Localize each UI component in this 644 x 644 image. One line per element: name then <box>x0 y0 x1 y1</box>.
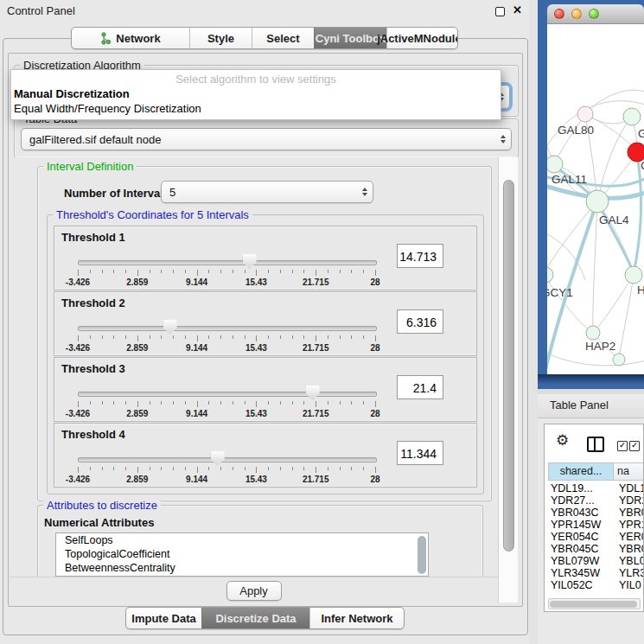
gear-icon[interactable]: ⚙ <box>556 431 569 450</box>
threshold-slider-track[interactable] <box>78 326 377 331</box>
list-item[interactable]: TopologicalCoefficient <box>56 547 428 561</box>
tick-mark <box>233 401 233 405</box>
network-node[interactable] <box>577 106 593 122</box>
threshold-value-field[interactable]: 11.344 <box>397 441 443 465</box>
popup-option-equal-width[interactable]: Equal Width/Frequency Discretization <box>14 102 201 115</box>
network-node[interactable] <box>613 354 625 366</box>
threshold-slider-thumb[interactable] <box>211 451 225 466</box>
table-row[interactable]: YLR345WYLR3 <box>545 567 644 579</box>
numerical-attributes-list[interactable]: SelfLoopsTopologicalCoefficientBetweenne… <box>55 532 429 577</box>
table-row[interactable]: YPR145WYPR1 <box>545 519 644 531</box>
tick-mark <box>78 335 79 341</box>
list-item[interactable]: SelfLoops <box>56 533 428 547</box>
table-row[interactable]: YBR045CYBR0 <box>545 543 644 555</box>
network-edge[interactable] <box>597 117 632 201</box>
popup-option-manual[interactable]: Manual Discretization <box>14 87 130 100</box>
network-edge[interactable] <box>547 351 644 366</box>
network-edge[interactable] <box>597 201 634 273</box>
table-cell-name: YLR3 <box>619 567 644 579</box>
threshold-value-field[interactable]: 14.713 <box>397 244 443 268</box>
tab-discretize-data[interactable]: Discretize Data <box>201 608 309 628</box>
tab-network[interactable]: Network <box>72 28 189 48</box>
network-node[interactable] <box>625 266 642 284</box>
main-vertical-scrollbar[interactable] <box>498 157 518 603</box>
threshold-slider-thumb[interactable] <box>243 254 257 269</box>
attributes-group-title: Attributes to discretize <box>43 499 161 512</box>
table-row[interactable]: YBR043CYBR0 <box>545 507 644 519</box>
network-graph[interactable]: GAL80GACGAL11GAL4GCY1HAHAP2 <box>547 24 644 374</box>
tick-mark <box>303 270 304 273</box>
network-edge[interactable] <box>594 275 634 332</box>
tick-mark <box>233 467 233 470</box>
tab-infer-network[interactable]: Infer Network <box>309 608 404 628</box>
table-cell-shared-name: YLR345W <box>551 567 600 579</box>
network-node[interactable] <box>586 326 600 340</box>
network-node-label: HA <box>637 284 644 296</box>
columns-icon[interactable] <box>587 437 604 452</box>
list-item[interactable]: BetweennessCentrality <box>56 561 428 575</box>
tick-mark <box>375 335 376 341</box>
tick-mark <box>173 270 174 273</box>
close-traffic-light-icon[interactable] <box>554 9 564 19</box>
column-header-shared[interactable]: shared... <box>548 462 614 481</box>
tick-mark <box>280 270 281 273</box>
network-node[interactable] <box>623 108 641 125</box>
main-scrollbar-thumb[interactable] <box>503 180 514 552</box>
zoom-traffic-light-icon[interactable] <box>589 9 599 19</box>
list-scrollbar-thumb[interactable] <box>418 536 426 574</box>
table-row[interactable]: YBL079WYBL0 <box>545 555 644 567</box>
tick-mark <box>340 401 341 405</box>
minimize-traffic-light-icon[interactable] <box>571 9 582 19</box>
table-hscrollbar-thumb[interactable] <box>550 601 637 608</box>
interval-definition-group: Interval Definition Number of Intervals … <box>37 166 492 501</box>
threshold-slider-track[interactable] <box>78 457 377 462</box>
tick-label: 15.43 <box>245 475 267 484</box>
threshold-value-field[interactable]: 6.316 <box>397 309 443 334</box>
tab-style[interactable]: Style <box>189 28 252 48</box>
threshold-value-field[interactable]: 21.4 <box>397 375 443 399</box>
threshold-slider-track[interactable] <box>78 392 377 397</box>
panel-divider[interactable] <box>529 0 538 644</box>
tab-jactivemnodules[interactable]: jActiveMNodules <box>386 28 457 48</box>
network-node[interactable] <box>547 156 563 173</box>
threshold-label: Threshold 3 <box>61 362 125 375</box>
network-node[interactable] <box>547 267 553 283</box>
network-edge[interactable] <box>547 201 597 273</box>
numerical-attributes-label: Numerical Attributes <box>44 516 154 529</box>
table-row[interactable]: YIL052CYIL0 <box>545 579 644 591</box>
list-scrollbar[interactable] <box>418 535 426 574</box>
table-data-group: Table Data galFiltered.sif default node <box>14 118 519 158</box>
table-row[interactable]: YDL19...YDL1 <box>545 482 644 494</box>
column-header-name[interactable]: na <box>613 462 644 481</box>
tick-mark <box>90 335 91 339</box>
threshold-slider-track[interactable] <box>78 260 377 265</box>
table-row[interactable]: YDR27...YDR2 <box>545 494 644 507</box>
network-edge[interactable] <box>619 275 634 359</box>
tick-label: 9.144 <box>186 343 207 353</box>
tick-mark <box>256 401 257 407</box>
tick-mark <box>340 270 341 273</box>
table-horizontal-scrollbar[interactable] <box>548 598 641 609</box>
network-canvas[interactable]: GAL80GACGAL11GAL4GCY1HAHAP2 <box>547 24 644 374</box>
tab-select[interactable]: Select <box>252 28 314 48</box>
number-of-intervals-combobox[interactable]: 5 <box>161 181 373 203</box>
checkbox-icon[interactable]: ✓ <box>629 441 640 451</box>
tick-mark <box>161 270 162 273</box>
apply-button[interactable]: Apply <box>226 581 282 601</box>
tick-mark <box>303 467 304 470</box>
tab-impute-data[interactable]: Impute Data <box>126 608 201 628</box>
network-node[interactable] <box>586 190 609 213</box>
threshold-slider-thumb[interactable] <box>163 320 177 335</box>
tick-mark <box>375 401 376 407</box>
close-icon[interactable]: ✕ <box>513 3 522 16</box>
tick-mark <box>363 401 364 405</box>
checkbox-icon[interactable]: ✓ <box>617 441 628 451</box>
table-row[interactable]: YER054CYER0 <box>545 531 644 543</box>
table-data-combobox[interactable]: galFiltered.sif default node <box>21 128 512 150</box>
network-edge[interactable] <box>593 201 597 332</box>
tick-mark <box>137 467 138 473</box>
network-window-titlebar[interactable] <box>547 4 644 24</box>
threshold-slider-thumb[interactable] <box>306 386 320 400</box>
float-window-icon[interactable] <box>495 7 505 16</box>
tab-cyni-toolbox[interactable]: Cyni Toolbox <box>314 28 386 48</box>
